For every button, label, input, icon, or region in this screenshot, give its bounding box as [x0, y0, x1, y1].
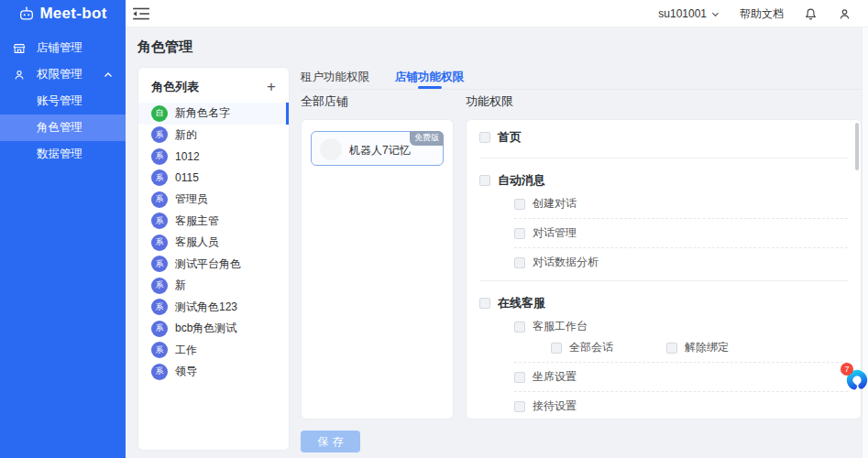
robot-logo-icon [18, 5, 35, 22]
chevron-up-icon [104, 71, 113, 80]
role-name-label: 客服人员 [175, 234, 219, 250]
checkbox[interactable] [479, 132, 490, 143]
solid-divider [479, 280, 848, 281]
store-list-panel: 免费版 机器人7记忆 [301, 119, 454, 420]
sidebar-item-role-management[interactable]: 角色管理 [0, 114, 126, 141]
chat-widget[interactable]: 7 [843, 363, 868, 399]
tab-shop-permissions[interactable]: 店铺功能权限 [395, 70, 464, 89]
topbar-actions: su101001 帮助文档 [658, 0, 852, 27]
user-menu[interactable]: su101001 [658, 7, 720, 20]
permission-label: 在线客服 [498, 295, 545, 311]
role-name-label: 管理员 [175, 191, 208, 207]
permission-row: 对话数据分析 [479, 255, 848, 270]
checkbox[interactable] [551, 343, 562, 354]
solid-divider [479, 158, 848, 158]
user-icon [13, 69, 26, 82]
permission-tabs: 租户功能权限 店铺功能权限 [301, 70, 862, 90]
permission-label: 创建对话 [533, 196, 577, 212]
checkbox[interactable] [514, 257, 525, 268]
checkbox[interactable] [514, 199, 525, 210]
role-type-badge: 自 [151, 105, 168, 122]
checkbox[interactable] [514, 372, 525, 383]
role-list-item[interactable]: 系客服主管 [138, 211, 289, 233]
store-avatar [320, 138, 342, 160]
permission-label: 自动消息 [498, 172, 545, 189]
role-list-item[interactable]: 自新角色名字 [138, 103, 289, 125]
store-name: 机器人7记忆 [349, 143, 411, 158]
role-list-item[interactable]: 系新 [138, 275, 289, 297]
sidebar-item-data-management[interactable]: 数据管理 [0, 141, 126, 168]
role-list: 自新角色名字系新的系1012系0115系管理员系客服主管系客服人员系测试平台角色… [138, 103, 289, 383]
screen: Meet-bot su101001 帮助文档 [0, 0, 868, 458]
save-button[interactable]: 保存 [301, 431, 360, 453]
permission-row: 创建对话 [479, 196, 848, 212]
role-list-item[interactable]: 系bcb角色测试 [138, 318, 289, 340]
permission-label: 对话数据分析 [533, 255, 599, 270]
permission-label: 全部会话 [569, 340, 613, 355]
role-list-item[interactable]: 系领导 [138, 361, 289, 383]
permission-label: 客服工作台 [533, 319, 588, 334]
add-role-button[interactable]: + [267, 81, 276, 93]
role-list-item[interactable]: 系测试角色123 [138, 297, 289, 319]
store-card[interactable]: 免费版 机器人7记忆 [311, 131, 444, 166]
role-type-badge: 系 [151, 213, 168, 229]
tab-tenant-permissions[interactable]: 租户功能权限 [301, 70, 369, 89]
app-logo[interactable]: Meet-bot [0, 0, 126, 27]
permission-label: 首页 [498, 129, 522, 146]
permission-row: 对话管理 [479, 225, 848, 241]
role-name-label: 客服主管 [175, 213, 219, 229]
role-list-item[interactable]: 系测试平台角色 [138, 254, 289, 276]
role-list-item[interactable]: 系0115 [138, 168, 289, 190]
role-name-label: 测试角色123 [175, 300, 237, 315]
checkbox[interactable] [479, 298, 490, 309]
logo-text: Meet-bot [39, 5, 106, 23]
role-list-title: 角色列表 [151, 79, 199, 95]
role-type-badge: 系 [151, 321, 168, 337]
role-list-item[interactable]: 系客服人员 [138, 232, 289, 254]
chevron-down-icon [711, 10, 720, 18]
sidebar: 店铺管理 权限管理 账号管理 角色管理 数据管理 [0, 27, 126, 458]
checkbox[interactable] [514, 228, 525, 239]
sidebar-item-permission-management[interactable]: 权限管理 [0, 61, 126, 88]
role-type-badge: 系 [151, 342, 168, 358]
dashed-divider [514, 391, 848, 392]
permission-tree-panel: 首页自动消息创建对话对话管理对话数据分析在线客服客服工作台全部会话解除绑定坐席设… [466, 119, 862, 420]
role-type-badge: 系 [151, 299, 168, 315]
role-name-label: 新 [175, 278, 186, 293]
permission-row: 客服工作台 [479, 319, 848, 334]
scrollbar-thumb[interactable] [855, 123, 859, 170]
role-list-item[interactable]: 系工作 [138, 340, 289, 362]
checkbox[interactable] [479, 175, 490, 186]
sidebar-item-shop-management[interactable]: 店铺管理 [0, 35, 126, 61]
role-list-item[interactable]: 系管理员 [138, 189, 289, 211]
checkbox[interactable] [514, 322, 525, 333]
permission-row: 自动消息 [479, 172, 848, 189]
role-list-item[interactable]: 系1012 [138, 146, 289, 168]
menu-collapse-icon[interactable] [132, 6, 150, 21]
permission-row: 坐席设置 [479, 369, 848, 385]
sidebar-item-label: 权限管理 [37, 67, 82, 82]
role-name-label: 测试平台角色 [175, 256, 241, 272]
permission-row: 首页 [479, 129, 848, 146]
permission-label: 接待设置 [533, 398, 577, 414]
account-icon[interactable] [838, 7, 852, 21]
sidebar-item-account-management[interactable]: 账号管理 [0, 88, 126, 114]
username: su101001 [658, 7, 707, 20]
sidebar-item-label: 角色管理 [37, 120, 82, 136]
help-docs-link[interactable]: 帮助文档 [740, 6, 784, 22]
permission-row: 接待设置 [479, 398, 848, 414]
permission-label: 对话管理 [533, 225, 577, 241]
role-list-panel: 角色列表 + 自新角色名字系新的系1012系0115系管理员系客服主管系客服人员… [137, 67, 290, 451]
role-type-badge: 系 [151, 256, 168, 272]
checkbox[interactable] [666, 343, 677, 354]
notification-badge: 7 [841, 363, 853, 376]
sidebar-item-label: 账号管理 [37, 93, 82, 109]
permission-cell: 全部会话 [551, 340, 659, 355]
role-type-badge: 系 [151, 234, 168, 251]
role-list-item[interactable]: 系新的 [138, 125, 289, 147]
shop-icon [13, 42, 26, 55]
bell-icon[interactable] [804, 7, 818, 21]
checkbox[interactable] [514, 401, 525, 412]
sidebar-item-label: 店铺管理 [37, 40, 82, 56]
function-permissions-label: 功能权限 [466, 93, 513, 110]
